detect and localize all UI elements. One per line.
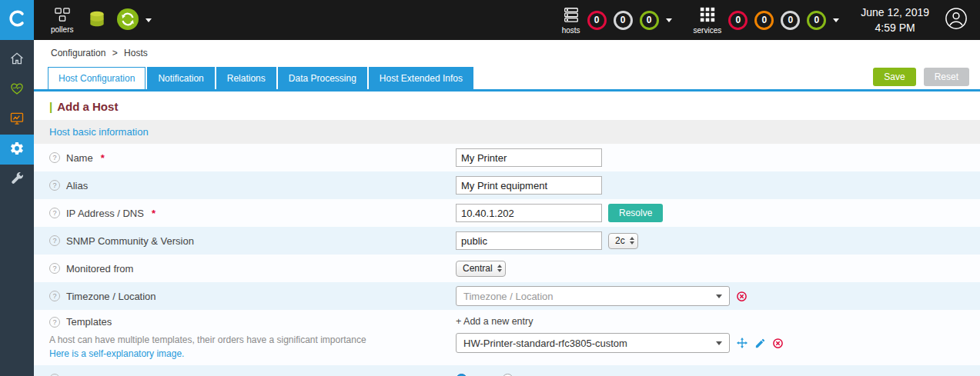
hosts-unreachable-badge[interactable]: 0: [614, 11, 633, 30]
snmp-version-value: 2c: [615, 235, 625, 246]
hosts-down-badge[interactable]: 0: [587, 11, 607, 30]
centreon-logo[interactable]: [0, 0, 34, 40]
template-move-icon[interactable]: [736, 337, 748, 349]
breadcrumb-hosts[interactable]: Hosts: [124, 48, 148, 58]
name-value-cell: [456, 148, 602, 167]
hosts-icon: [563, 6, 580, 25]
template-delete-icon[interactable]: [772, 338, 784, 349]
template-selected-value: HW-Printer-standard-rfc3805-custom: [463, 338, 627, 349]
help-icon[interactable]: [49, 317, 60, 328]
breadcrumb: Configuration > Hosts: [34, 40, 980, 63]
templates-label: Templates: [66, 316, 112, 328]
timezone-value-cell: Timezone / Location: [456, 286, 748, 306]
select-arrows-icon: [630, 237, 634, 245]
sidebar-item-reporting[interactable]: [0, 105, 34, 135]
tab-host-extended-infos[interactable]: Host Extended Infos: [369, 67, 473, 89]
chevron-down-icon: [716, 294, 722, 298]
create-services-no-radio[interactable]: [502, 374, 513, 376]
sync-status[interactable]: [116, 8, 139, 32]
form-row-timezone: Timezone / Location Timezone / Location: [34, 282, 980, 310]
template-edit-icon[interactable]: [754, 338, 766, 349]
save-button[interactable]: Save: [873, 68, 915, 86]
help-icon[interactable]: [49, 152, 60, 163]
tab-data-processing[interactable]: Data Processing: [278, 67, 367, 89]
form-row-ip: IP Address / DNS * Resolve: [34, 199, 980, 227]
tab-notification[interactable]: Notification: [147, 67, 214, 89]
tab-host-configuration[interactable]: Host Configuration: [48, 67, 145, 89]
create-services-label: Create Services linked to the Template t…: [66, 374, 254, 376]
sidebar-item-home[interactable]: [0, 45, 34, 75]
monitored-label-cell: Monitored from: [49, 263, 456, 275]
sidebar-item-monitoring[interactable]: [0, 75, 34, 105]
chevron-down-icon: [716, 341, 722, 345]
form-row-monitored-from: Monitored from Central: [34, 255, 980, 282]
timezone-select[interactable]: Timezone / Location: [456, 286, 730, 306]
services-critical-badge[interactable]: 0: [728, 11, 748, 30]
centreon-logo-icon: [7, 8, 27, 32]
reset-button[interactable]: Reset: [924, 68, 969, 86]
form-row-name: Name *: [34, 144, 980, 171]
chart-monitor-icon: [9, 111, 25, 129]
ip-input[interactable]: [456, 204, 602, 222]
monitored-from-label: Monitored from: [66, 263, 133, 275]
monitored-value-cell: Central: [456, 261, 506, 277]
hosts-menu[interactable]: hosts: [562, 6, 580, 35]
hosts-up-badge[interactable]: 0: [640, 11, 659, 30]
services-warning-badge[interactable]: 0: [754, 11, 774, 30]
templates-label-cell: Templates A host can have multiple templ…: [49, 316, 456, 359]
create-services-yes-radio[interactable]: [456, 374, 467, 376]
sidebar-item-configuration[interactable]: [0, 135, 34, 165]
pollers-menu[interactable]: pollers: [51, 7, 73, 34]
timezone-delete-icon[interactable]: [736, 291, 748, 302]
ip-label: IP Address / DNS: [66, 208, 144, 219]
database-status[interactable]: [87, 9, 107, 31]
create-services-no-label: No: [520, 374, 533, 376]
template-select[interactable]: HW-Printer-standard-rfc3805-custom: [456, 333, 730, 353]
gear-icon: [9, 141, 25, 159]
services-icon: [699, 6, 716, 25]
help-icon[interactable]: [49, 263, 60, 274]
pollers-label: pollers: [51, 25, 73, 34]
add-template-entry-link[interactable]: + Add a new entry: [456, 316, 784, 327]
page-title: |Add a Host: [34, 92, 980, 120]
clock: June 12, 2019 4:59 PM: [861, 5, 929, 36]
help-icon[interactable]: [49, 291, 60, 301]
tab-relations[interactable]: Relations: [216, 67, 276, 89]
snmp-value-cell: 2c: [456, 231, 638, 250]
breadcrumb-configuration[interactable]: Configuration: [51, 48, 105, 58]
name-label-cell: Name *: [49, 152, 456, 164]
templates-helper-text: A host can have multiple templates, thei…: [49, 334, 456, 345]
current-date: June 12, 2019: [861, 5, 929, 20]
snmp-version-select[interactable]: 2c: [608, 233, 638, 249]
timezone-label-cell: Timezone / Location: [49, 291, 456, 302]
help-icon[interactable]: [49, 180, 60, 191]
services-ok-badge[interactable]: 0: [807, 11, 826, 30]
snmp-label-cell: SNMP Community & Version: [49, 235, 456, 247]
help-icon[interactable]: [49, 235, 60, 246]
sidebar-item-administration[interactable]: [0, 165, 34, 195]
name-label: Name: [66, 152, 93, 164]
alias-input[interactable]: [456, 176, 602, 195]
top-header: pollers: [0, 0, 980, 40]
breadcrumb-separator: >: [112, 48, 118, 58]
timezone-label: Timezone / Location: [66, 291, 156, 302]
monitored-from-value: Central: [463, 263, 493, 274]
alias-label: Alias: [66, 180, 88, 191]
required-asterisk: *: [101, 152, 105, 164]
services-unknown-badge[interactable]: 0: [781, 11, 800, 30]
services-chevron-down-icon[interactable]: [833, 18, 839, 22]
select-arrows-icon: [497, 265, 502, 272]
services-status-cluster: services 0 0 0 0: [694, 6, 840, 35]
page-title-text: Add a Host: [57, 100, 118, 113]
hosts-label: hosts: [562, 26, 580, 35]
resolve-button[interactable]: Resolve: [608, 204, 663, 222]
help-icon[interactable]: [49, 208, 60, 218]
hosts-chevron-down-icon[interactable]: [666, 18, 672, 22]
templates-helper-link[interactable]: Here is a self-explanatory image.: [49, 348, 456, 359]
snmp-community-input[interactable]: [456, 231, 602, 250]
services-menu[interactable]: services: [694, 6, 722, 35]
monitored-from-select[interactable]: Central: [456, 261, 506, 277]
name-input[interactable]: [456, 148, 602, 167]
user-menu[interactable]: [945, 7, 968, 33]
poller-chevron-down-icon[interactable]: [145, 18, 152, 22]
